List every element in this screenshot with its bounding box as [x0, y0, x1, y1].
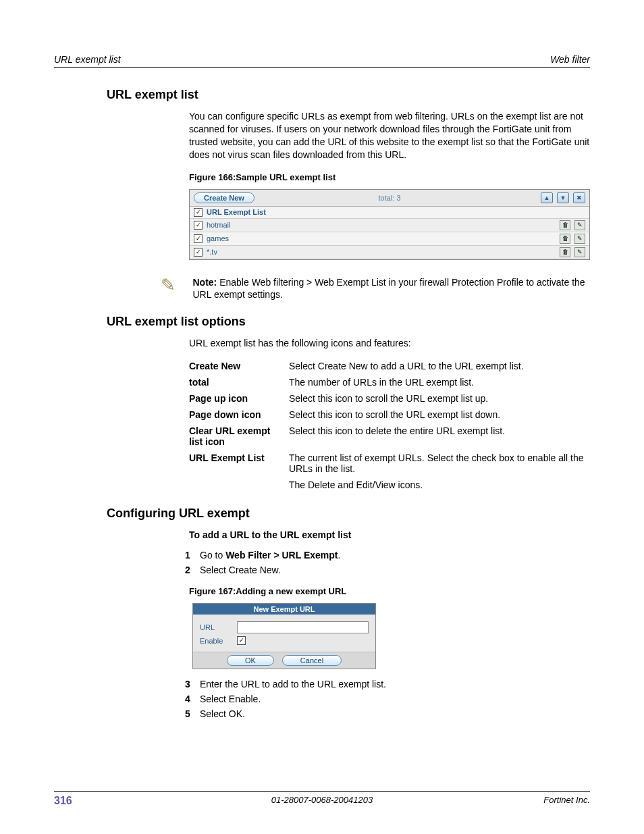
header-left: URL exempt list [54, 54, 121, 65]
step-body: Select Create New. [200, 565, 590, 575]
config-subheading: To add a URL to the URL exempt list [189, 529, 590, 542]
note-block: ✎ Note: Enable Web filtering > Web Exemp… [161, 276, 590, 302]
page-number: 316 [54, 795, 72, 807]
edit-icon[interactable]: ✎ [574, 234, 585, 244]
page-footer: 316 01-28007-0068-20041203 Fortinet Inc. [54, 791, 590, 807]
dialog-title: New Exempt URL [193, 604, 375, 615]
delete-icon[interactable]: 🗑 [560, 234, 570, 244]
step-number: 1 [176, 550, 200, 561]
footer-doc-id: 01-28007-0068-20041203 [271, 795, 373, 805]
table-row: The Delete and Edit/View icons. [189, 477, 590, 493]
total-count: total: 3 [378, 194, 400, 202]
step-number: 4 [176, 694, 200, 704]
cancel-button[interactable]: Cancel [282, 655, 342, 666]
step-body: Select Enable. [200, 694, 590, 704]
edit-icon[interactable]: ✎ [574, 247, 585, 257]
step: 5 Select OK. [176, 708, 590, 719]
step-body: Select OK. [200, 708, 590, 719]
step: 2 Select Create New. [176, 565, 590, 575]
intro-paragraph: You can configure specific URLs as exemp… [189, 110, 590, 161]
header-right: Web filter [550, 54, 590, 65]
url-label: URL [200, 623, 237, 631]
note-body: Enable Web filtering > Web Exempt List i… [193, 277, 585, 301]
options-table: Create NewSelect Create New to add a URL… [189, 358, 590, 493]
figure-167-dialog: New Exempt URL URL Enable OK Cancel [192, 603, 376, 669]
table-row: Create NewSelect Create New to add a URL… [189, 358, 590, 374]
heading-configuring: Configuring URL exempt [107, 506, 590, 521]
figure-166-caption: Figure 166:Sample URL exempt list [189, 172, 590, 182]
list-item: hotmail [207, 221, 230, 229]
figure-166-table: Create New total: 3 ▲ ▼ ✖ URL Exempt Lis… [189, 189, 590, 260]
step: 1 Go to Web Filter > URL Exempt. [176, 550, 590, 561]
table-row: Clear URL exempt list iconSelect this ic… [189, 423, 590, 450]
create-new-button[interactable]: Create New [194, 192, 254, 203]
url-input[interactable] [237, 621, 369, 633]
page-up-icon[interactable]: ▲ [541, 192, 553, 203]
page-header: URL exempt list Web filter [54, 54, 590, 68]
step-body: Enter the URL to add to the URL exempt l… [200, 679, 590, 689]
enable-label: Enable [200, 637, 237, 645]
enable-checkbox[interactable] [237, 636, 246, 645]
edit-icon[interactable]: ✎ [574, 220, 585, 230]
delete-icon[interactable]: 🗑 [560, 220, 570, 230]
figure-167-caption: Figure 167:Adding a new exempt URL [189, 586, 590, 596]
list-item: games [207, 234, 229, 242]
step-number: 5 [176, 708, 200, 719]
row-checkbox[interactable] [194, 248, 203, 257]
footer-company: Fortinet Inc. [543, 795, 590, 807]
table-row: URL Exempt ListThe current list of exemp… [189, 450, 590, 477]
ok-button[interactable]: OK [227, 655, 274, 666]
step: 3 Enter the URL to add to the URL exempt… [176, 679, 590, 689]
enable-all-checkbox[interactable] [194, 208, 203, 217]
list-item: *.tv [207, 248, 217, 256]
step-body: Go to Web Filter > URL Exempt. [200, 550, 590, 561]
heading-options: URL exempt list options [107, 315, 590, 329]
note-label: Note: [193, 277, 217, 288]
options-intro: URL exempt list has the following icons … [189, 337, 590, 350]
table-row: Page down iconSelect this icon to scroll… [189, 407, 590, 423]
table-row: Page up iconSelect this icon to scroll t… [189, 390, 590, 407]
step: 4 Select Enable. [176, 694, 590, 704]
delete-icon[interactable]: 🗑 [560, 247, 570, 257]
note-icon: ✎ [161, 276, 181, 294]
page-down-icon[interactable]: ▼ [557, 192, 569, 203]
step-number: 2 [176, 565, 200, 575]
list-header-label: URL Exempt List [207, 208, 266, 216]
row-checkbox[interactable] [194, 234, 203, 243]
table-row: totalThe number of URLs in the URL exemp… [189, 374, 590, 390]
clear-list-icon[interactable]: ✖ [573, 192, 585, 203]
row-checkbox[interactable] [194, 221, 203, 230]
heading-url-exempt-list: URL exempt list [107, 88, 590, 102]
step-number: 3 [176, 679, 200, 689]
